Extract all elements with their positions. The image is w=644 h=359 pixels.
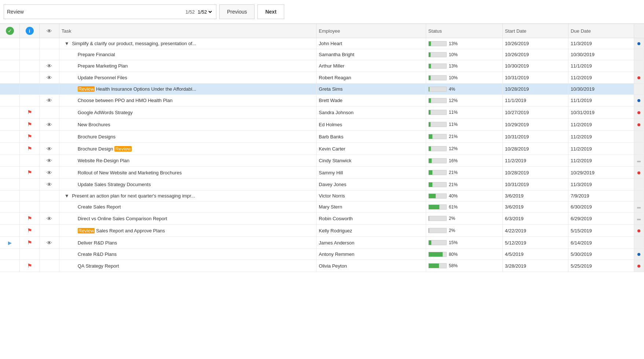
cell-eye: 👁 [39, 60, 59, 72]
eye-icon[interactable]: 👁 [47, 215, 52, 222]
cell-task: Choose between PPO and HMO Health Plan [59, 95, 316, 106]
scroll-indicator-blue [637, 42, 640, 45]
cell-scroll-indicator [634, 38, 644, 49]
scroll-indicator-red [637, 123, 640, 126]
cell-scroll-indicator [634, 179, 644, 191]
eye-icon[interactable]: 👁 [47, 170, 52, 176]
header-flag: i [20, 24, 40, 38]
cell-due-date: 7/9/2019 [568, 191, 634, 202]
task-text: Create Sales Report [78, 204, 121, 210]
cell-employee: Arthur Miller [316, 60, 426, 72]
cell-task: Create Sales Report [59, 202, 316, 213]
task-text: Rollout of New Website and Marketing Bro… [78, 170, 182, 175]
task-text: Prepare Financial [78, 52, 115, 57]
cell-eye: 👁 [39, 95, 59, 106]
cell-flag: ⚑ [20, 143, 40, 155]
cell-start-date: 10/31/2019 [502, 179, 568, 191]
flag-icon: ⚑ [27, 121, 32, 127]
scroll-indicator-red [637, 111, 640, 114]
cell-due-date: 11/1/2019 [568, 60, 634, 72]
task-text: Choose between PPO and HMO Health Plan [78, 98, 173, 103]
eye-icon[interactable]: 👁 [47, 63, 52, 69]
cell-start-date: 4/5/2019 [502, 249, 568, 260]
header-check: ✓ [0, 24, 20, 38]
cell-start-date: 3/6/2019 [502, 191, 568, 202]
cell-due-date: 10/31/2019 [568, 106, 634, 119]
table-row: Create R&D PlansAntony Remmen80%4/5/2019… [0, 249, 644, 260]
progress-percent: 21% [449, 170, 459, 175]
search-counter-select[interactable]: 1/52 [196, 9, 213, 15]
cell-check [0, 106, 20, 119]
previous-button[interactable]: Previous [219, 4, 255, 19]
cell-flag [20, 155, 40, 167]
cell-task: Brochure Design Review [59, 143, 316, 155]
task-text: Deliver R&D Plans [78, 240, 117, 246]
cell-status: 15% [426, 237, 502, 249]
cell-flag [20, 72, 40, 84]
cell-eye: 👁 [39, 155, 59, 167]
cell-eye: 👁 [39, 237, 59, 249]
cell-scroll-indicator [634, 131, 644, 143]
cell-task: Prepare Marketing Plan [59, 60, 316, 72]
progress-percent: 40% [449, 193, 459, 199]
eye-icon[interactable]: 👁 [47, 146, 52, 152]
flag-icon: ⚑ [27, 169, 32, 175]
cell-task: Review Sales Report and Approve Plans [59, 225, 316, 237]
eye-icon[interactable]: 👁 [47, 122, 52, 128]
cell-start-date: 11/1/2019 [502, 95, 568, 106]
progress-bar-fill [429, 228, 429, 233]
cell-employee: Robert Reagan [316, 72, 426, 84]
eye-icon[interactable]: 👁 [47, 181, 52, 188]
progress-bar-fill [429, 146, 431, 151]
cell-flag [20, 179, 40, 191]
cell-task: Brochure Designs [59, 131, 316, 143]
highlight-text: Review [78, 86, 95, 92]
expand-arrow-icon[interactable]: ▼ [65, 41, 70, 46]
cell-check [0, 260, 20, 272]
cell-check [0, 191, 20, 202]
expand-arrow-icon[interactable]: ▼ [65, 193, 70, 199]
eye-icon[interactable]: 👁 [47, 157, 52, 164]
eye-icon[interactable]: 👁 [47, 240, 52, 246]
table-row: ⚑👁Rollout of New Website and Marketing B… [0, 167, 644, 179]
eye-icon[interactable]: 👁 [47, 97, 52, 104]
cell-task: Update Sales Strategy Documents [59, 179, 316, 191]
cell-check [0, 60, 20, 72]
cell-task: Direct vs Online Sales Comparison Report [59, 213, 316, 225]
top-bar: Review 1/52 1/52 Previous Next [0, 0, 644, 24]
cell-status: 13% [426, 38, 502, 49]
task-text: Brochure Designs [78, 134, 116, 139]
header-start-date: Start Date [502, 24, 568, 38]
progress-percent: 10% [449, 75, 459, 80]
cell-due-date: 5/25/2019 [568, 260, 634, 272]
progress-percent: 61% [449, 204, 459, 210]
progress-bar-bg [428, 134, 447, 139]
search-box[interactable]: Review 1/52 1/52 [4, 4, 216, 19]
cell-employee: Robin Cosworth [316, 213, 426, 225]
scroll-indicator-red [637, 76, 640, 79]
scroll-indicator-red [637, 265, 640, 268]
cell-status: 4% [426, 84, 502, 95]
cell-employee: Olivia Peyton [316, 260, 426, 272]
task-text: Present an action plan for next quarter'… [72, 193, 195, 199]
cell-check [0, 249, 20, 260]
cell-check [0, 213, 20, 225]
cell-eye [39, 191, 59, 202]
cell-employee: Mary Stern [316, 202, 426, 213]
progress-percent: 4% [449, 87, 459, 92]
scroll-indicator-red [637, 229, 640, 232]
cell-scroll-indicator [634, 202, 644, 213]
cell-task: Deliver R&D Plans [59, 237, 316, 249]
next-button[interactable]: Next [257, 4, 284, 19]
cell-due-date: 6/29/2019 [568, 213, 634, 225]
eye-icon[interactable]: 👁 [47, 75, 52, 81]
progress-bar-fill [429, 252, 443, 257]
flag-icon: ⚑ [27, 133, 32, 139]
cell-eye: 👁 [39, 143, 59, 155]
cell-employee: Sammy Hill [316, 167, 426, 179]
table-row: Create Sales ReportMary Stern61%3/6/2019… [0, 202, 644, 213]
progress-bar-fill [429, 170, 432, 175]
cell-check [0, 179, 20, 191]
cell-status: 2% [426, 225, 502, 237]
cell-flag: ⚑ [20, 167, 40, 179]
